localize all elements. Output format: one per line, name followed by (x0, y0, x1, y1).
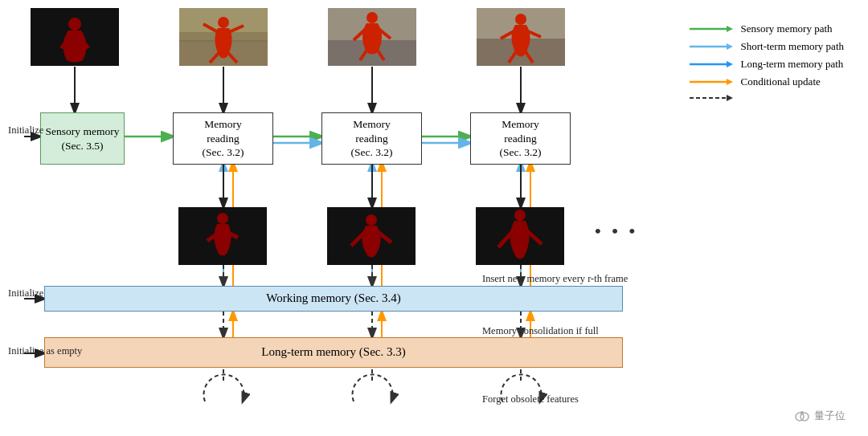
memory-reading-label-2: Memoryreading(Sec. 3.2) (350, 117, 392, 160)
watermark-text: 量子位 (814, 409, 845, 423)
memory-reading-box-2: Memoryreading(Sec. 3.2) (321, 112, 422, 165)
forget-label: Forget obsolete features (482, 393, 579, 405)
working-memory-box: Working memory (Sec. 3.4) (44, 286, 623, 312)
memory-reading-box-1: Memoryreading(Sec. 3.2) (173, 112, 273, 165)
thumb-1 (31, 8, 119, 66)
initialize-empty-label: Initialize as empty (8, 345, 82, 357)
mask-output-3 (476, 207, 564, 265)
svg-point-64 (366, 214, 377, 226)
legend-shortterm: Short-term memory path (690, 40, 844, 53)
memory-reading-label-3: Memoryreading(Sec. 3.2) (499, 117, 541, 160)
working-memory-label: Working memory (Sec. 3.4) (266, 291, 401, 307)
svg-marker-80 (727, 95, 733, 101)
svg-point-47 (366, 12, 378, 23)
svg-marker-74 (727, 43, 733, 50)
ellipsis-dots: • • • (595, 221, 638, 242)
legend-dashed (690, 93, 844, 103)
svg-marker-78 (727, 79, 733, 85)
watermark: 量子位 (793, 407, 845, 425)
legend-sensory-label: Sensory memory path (740, 22, 832, 35)
longterm-memory-label: Long-term memory (Sec. 3.3) (261, 344, 406, 361)
mask-output-2 (327, 207, 416, 265)
consolidation-label: Memory consolidation if full (482, 325, 599, 337)
thumb-2 (179, 8, 268, 66)
legend-conditional: Conditional update (690, 75, 844, 88)
legend-longterm: Long-term memory path (690, 58, 844, 71)
memory-reading-label-1: Memoryreading(Sec. 3.2) (202, 117, 244, 160)
legend-shortterm-label: Short-term memory path (740, 40, 844, 53)
svg-marker-72 (727, 26, 733, 32)
legend-conditional-label: Conditional update (740, 75, 820, 88)
svg-point-60 (217, 213, 228, 224)
thumb-4 (477, 8, 565, 66)
legend: Sensory memory path Short-term memory pa… (690, 22, 844, 103)
initialize-label-2: Initialize (8, 287, 43, 299)
mask-output-1 (178, 207, 267, 265)
svg-point-34 (68, 18, 81, 31)
svg-point-68 (514, 210, 526, 221)
legend-sensory: Sensory memory path (690, 22, 844, 35)
sensory-memory-label: Sensory memory (Sec. 3.5) (44, 124, 121, 153)
svg-point-40 (218, 17, 229, 28)
insert-memory-label: Insert new memory every r-th frame (482, 273, 628, 285)
thumb-3 (328, 8, 416, 66)
initialize-label-1: Initialize (8, 124, 43, 137)
svg-point-54 (515, 14, 526, 25)
svg-marker-76 (727, 61, 733, 67)
memory-reading-box-3: Memoryreading(Sec. 3.2) (470, 112, 571, 165)
legend-longterm-label: Long-term memory path (740, 58, 843, 71)
svg-point-83 (800, 411, 804, 414)
sensory-memory-box: Sensory memory (Sec. 3.5) (40, 112, 125, 165)
longterm-memory-box: Long-term memory (Sec. 3.3) (44, 337, 623, 368)
diagram: Sensory memory (Sec. 3.5) Memoryreading(… (0, 0, 868, 436)
